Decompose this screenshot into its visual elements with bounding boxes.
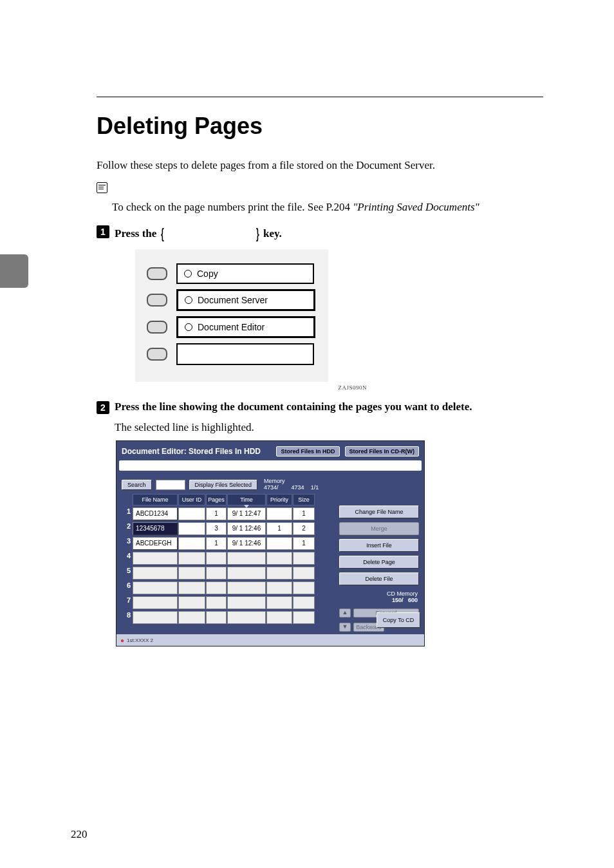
mode-text: Document Server bbox=[198, 295, 268, 305]
cell-pages bbox=[206, 596, 227, 609]
table-row[interactable]: 7 bbox=[122, 596, 333, 609]
mode-label-blank bbox=[176, 343, 314, 365]
note-prefix: To check on the page numbers print the f… bbox=[112, 201, 326, 213]
memory-cur: 4734 bbox=[264, 484, 277, 491]
col-filename[interactable]: File Name bbox=[133, 494, 178, 505]
cell-size bbox=[293, 552, 315, 565]
col-size[interactable]: Size bbox=[293, 494, 315, 505]
screen-title-text: Document Editor: Stored Files In HDD bbox=[122, 447, 261, 456]
mode-label-copy: Copy bbox=[176, 263, 314, 284]
cell-filename[interactable]: ABCD1234 bbox=[133, 507, 178, 520]
cell-pages bbox=[206, 567, 227, 580]
delete-page-button[interactable]: Delete Page bbox=[339, 556, 419, 569]
col-priority[interactable]: Priority bbox=[266, 494, 292, 505]
table-row[interactable]: 4 bbox=[122, 552, 333, 565]
cell-size: 1 bbox=[293, 537, 315, 550]
hardware-button[interactable] bbox=[147, 321, 167, 334]
cell-priority bbox=[266, 567, 292, 580]
note-text: To check on the page numbers print the f… bbox=[112, 200, 543, 215]
cell-priority bbox=[266, 596, 292, 609]
figure-code: ZAJS090N bbox=[135, 384, 367, 391]
step-1: 1 Press the {} key. bbox=[97, 224, 543, 243]
mode-label-doc-editor: Document Editor bbox=[176, 316, 315, 338]
cell-size bbox=[293, 611, 315, 624]
cell-size: 1 bbox=[293, 507, 315, 520]
intro-text: Follow these steps to delete pages from … bbox=[97, 158, 543, 173]
step-number-2: 2 bbox=[97, 401, 109, 414]
table-row[interactable]: 1ABCD123419/ 1 12:471 bbox=[122, 507, 333, 520]
screen-toolbar: Search Display Files Selected Memory 473… bbox=[116, 471, 424, 493]
cell-size bbox=[293, 567, 315, 580]
cell-filename[interactable] bbox=[133, 611, 178, 624]
cell-pages: 3 bbox=[206, 522, 227, 535]
search-field[interactable] bbox=[156, 480, 185, 490]
file-table: File Name User ID Pages Time Priority Si… bbox=[122, 494, 333, 632]
col-pages[interactable]: Pages bbox=[206, 494, 227, 505]
side-panel: Change File Name Merge Insert File Delet… bbox=[339, 494, 419, 632]
mode-row-doc-server: Document Server bbox=[147, 289, 317, 311]
cell-time bbox=[227, 567, 266, 580]
cell-filename[interactable]: ABCDEFGH bbox=[133, 537, 178, 550]
tab-hdd[interactable]: Stored Files In HDD bbox=[276, 446, 339, 457]
table-row[interactable]: 5 bbox=[122, 567, 333, 580]
status-dot-icon: ● bbox=[120, 637, 124, 644]
hardware-button[interactable] bbox=[147, 294, 167, 307]
cell-userid bbox=[178, 581, 205, 594]
col-userid[interactable]: User ID bbox=[178, 494, 205, 505]
cell-time bbox=[227, 581, 266, 594]
table-row[interactable]: 3ABCDEFGH19/ 1 12:461 bbox=[122, 537, 333, 550]
memory-total: 4734 bbox=[292, 485, 304, 491]
row-number: 5 bbox=[122, 567, 132, 580]
step-2-text: Press the line showing the document cont… bbox=[115, 400, 472, 415]
hardware-button[interactable] bbox=[147, 348, 167, 361]
status-text: 1st:XXXX 2 bbox=[127, 637, 153, 643]
cell-time: 9/ 1 12:46 bbox=[227, 522, 266, 535]
mode-text: Copy bbox=[197, 269, 218, 279]
table-row[interactable]: 8 bbox=[122, 611, 333, 624]
cell-filename[interactable] bbox=[133, 552, 178, 565]
led-icon bbox=[184, 270, 192, 278]
cd-memory-indicator: CD Memory 150/ 600 bbox=[339, 590, 418, 603]
table-row[interactable]: 21234567839/ 1 12:4612 bbox=[122, 522, 333, 535]
cell-filename[interactable] bbox=[133, 567, 178, 580]
cell-priority bbox=[266, 507, 292, 520]
row-number: 8 bbox=[122, 611, 132, 624]
note-reftitle: "Printing Saved Documents" bbox=[353, 201, 479, 213]
cell-userid bbox=[178, 552, 205, 565]
cell-time: 9/ 1 12:47 bbox=[227, 507, 266, 520]
doc-editor-screen: Document Editor: Stored Files In HDD Sto… bbox=[116, 440, 425, 646]
led-icon bbox=[185, 296, 192, 304]
search-button[interactable]: Search bbox=[122, 480, 152, 490]
status-bar: ● 1st:XXXX 2 bbox=[116, 634, 424, 646]
mode-label-doc-server: Document Server bbox=[176, 289, 315, 311]
forward-row: ▲ Forward Copy To CD bbox=[339, 609, 419, 618]
col-time[interactable]: Time bbox=[227, 494, 266, 505]
merge-button[interactable]: Merge bbox=[339, 522, 419, 535]
table-header: File Name User ID Pages Time Priority Si… bbox=[122, 494, 333, 505]
cell-filename[interactable]: 12345678 bbox=[133, 522, 178, 535]
copy-to-cd-button[interactable]: Copy To CD bbox=[377, 612, 420, 628]
screen-message-bar bbox=[119, 460, 422, 471]
display-selected-button[interactable]: Display Files Selected bbox=[189, 480, 258, 490]
cell-time bbox=[227, 596, 266, 609]
cell-pages: 1 bbox=[206, 507, 227, 520]
insert-file-button[interactable]: Insert File bbox=[339, 539, 419, 552]
up-arrow-icon[interactable]: ▲ bbox=[339, 609, 351, 618]
step-2-body: The selected line is highlighted. bbox=[115, 421, 543, 434]
step-number-1: 1 bbox=[97, 225, 109, 238]
row-number: 7 bbox=[122, 596, 132, 609]
hardware-button[interactable] bbox=[147, 267, 167, 280]
cell-time bbox=[227, 552, 266, 565]
down-arrow-icon[interactable]: ▼ bbox=[339, 623, 351, 632]
page-indicator: 1/1 bbox=[311, 485, 319, 491]
top-rule bbox=[97, 97, 543, 97]
cell-priority: 1 bbox=[266, 522, 292, 535]
cell-filename[interactable] bbox=[133, 596, 178, 609]
cell-filename[interactable] bbox=[133, 581, 178, 594]
tab-cd[interactable]: Stored Files In CD-R(W) bbox=[345, 446, 420, 457]
change-file-name-button[interactable]: Change File Name bbox=[339, 505, 419, 518]
step-1b: key. bbox=[261, 227, 282, 240]
table-row[interactable]: 6 bbox=[122, 581, 333, 594]
delete-file-button[interactable]: Delete File bbox=[339, 572, 419, 585]
screen-titlebar: Document Editor: Stored Files In HDD Sto… bbox=[116, 441, 424, 460]
